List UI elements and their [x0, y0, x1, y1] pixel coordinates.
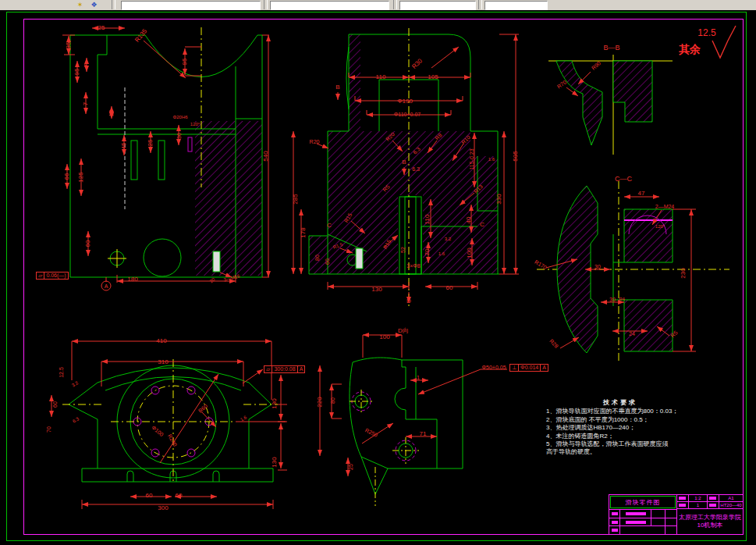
illegible-label-block: [626, 512, 646, 515]
material-value: HT20—40: [720, 503, 741, 508]
tech-note-line: 4、未注的铸造圆角R2；: [546, 433, 694, 440]
title-block: 滑块零件图: [609, 494, 744, 535]
dimension-label: 45: [121, 143, 127, 150]
view-section-bb: [548, 55, 673, 155]
dimension-label: D向: [398, 328, 409, 334]
tech-note-line: 高于导轨的硬度。: [546, 448, 694, 456]
dimension-label: 24: [629, 331, 635, 337]
dimension-label: 10: [108, 110, 115, 117]
dimension-label: 71: [420, 431, 427, 437]
feature-control-frame: ▱0.06(—): [36, 272, 69, 280]
dimension-label: A: [105, 283, 108, 289]
dimension-label: 330: [496, 194, 502, 204]
tech-note-line: 2、滑块底面的 不平度为1000：0.5；: [546, 416, 694, 424]
feature-control-frame: ⊥Φ0.014A: [509, 364, 548, 372]
dimension-label: C: [480, 222, 484, 228]
dimension-label: 60: [146, 493, 153, 499]
dimension-label: 410: [156, 338, 166, 344]
dimension-label: 95: [74, 69, 80, 76]
illegible-label-block: [679, 497, 686, 500]
dimension-label: Φ50+0.05: [481, 365, 506, 370]
dimension-label: 70: [424, 249, 431, 256]
dimension-label: 110: [376, 74, 386, 80]
class-name: 10机制本: [697, 522, 723, 529]
dimension-label: 505: [513, 151, 519, 161]
dimension-label: 1.6: [438, 251, 445, 256]
dimension-label: 30: [609, 297, 616, 302]
dimension-label: D: [406, 298, 411, 305]
dimension-label: 100: [467, 248, 473, 258]
view-plan: [51, 341, 287, 509]
technical-requirements: 技术要求 1、滑块导轨面对应面的不垂直度为800：0.03；2、滑块底面的 不平…: [546, 399, 694, 457]
dimension-label: 95: [182, 59, 188, 66]
dimension-label: 7: [83, 102, 89, 105]
dimension-label: 125: [78, 172, 84, 182]
dimension-label: B—B: [603, 45, 619, 52]
illegible-label-block: [709, 504, 716, 507]
view-front: [62, 27, 269, 290]
dimension-label: 540: [263, 151, 269, 161]
dimension-label: 70: [46, 426, 51, 433]
illegible-label-block: [709, 497, 716, 500]
dimension-label: Φ20H6: [172, 115, 187, 119]
tech-note-line: 3、热处理调质达HB170—240；: [546, 424, 694, 432]
drawing-canvas: [0, 0, 756, 545]
dimension-label: 130: [272, 398, 278, 408]
dimension-label: 25: [98, 25, 105, 31]
quantity-value: 1: [697, 503, 699, 508]
dimension-label: 40: [466, 217, 472, 224]
tech-note-line: 1、滑块导轨面对应面的不垂直度为800：0.03；: [546, 408, 694, 415]
cad-application: ✶ ❖: [0, 0, 756, 545]
sheet-size: A1: [728, 496, 733, 500]
tech-requirements-lines: 1、滑块导轨面对应面的不垂直度为800：0.03；2、滑块底面的 不平度为100…: [546, 408, 694, 456]
dimension-label: 66: [64, 173, 70, 180]
dimension-label: Φ110+0.07: [394, 112, 421, 117]
dimension-label: 3.2: [445, 237, 451, 241]
title-block-signature-grid: [609, 509, 676, 534]
feature-control-frame: ▱300:0.08A: [264, 365, 305, 373]
dimension-label: 60: [85, 240, 91, 248]
illegible-label-block: [612, 512, 618, 515]
dimension-label: 25: [348, 464, 353, 470]
dimension-label: 3×Φ8: [406, 263, 420, 269]
dimension-label: 1.6: [488, 157, 495, 162]
organization-name: 太原理工大学阳泉学院: [679, 514, 741, 522]
dimension-label: 25: [147, 140, 154, 147]
dimension-label: 12.5: [697, 28, 715, 37]
dimension-label: 30: [595, 264, 601, 269]
dimension-label: 47: [638, 191, 645, 197]
illegible-label-block: [626, 521, 646, 524]
dimension-label: 120°: [655, 224, 665, 229]
dimension-label: 120°: [190, 122, 200, 126]
title-block-left: 滑块零件图: [609, 495, 677, 534]
dimension-label: 130: [272, 457, 278, 467]
dimension-label: 285: [293, 194, 299, 204]
dimension-label: C—C: [615, 176, 632, 183]
dimension-label: 12.5: [59, 367, 64, 378]
dimension-label: R4: [619, 297, 625, 301]
dimension-label: R20: [310, 139, 320, 144]
dimension-label: B: [402, 159, 406, 166]
dimension-label: 80: [330, 397, 335, 404]
dimension-label: 178: [300, 227, 307, 237]
view-d: [320, 335, 507, 506]
dimension-label: 6.3: [412, 166, 420, 172]
dimension-label: 60: [176, 493, 183, 499]
tech-requirements-title: 技术要求: [546, 399, 694, 407]
dimension-label: 52: [400, 247, 406, 253]
dimension-label: 300: [158, 505, 168, 511]
dimension-label: 115-0.23: [469, 148, 474, 169]
dimension-label: 35: [66, 42, 72, 49]
organization-cell: 太原理工大学阳泉学院 10机制本: [677, 509, 743, 534]
drawing-title: 滑块零件图: [625, 498, 660, 507]
title-block-right: 1:2 A1 1 HT20—40 太原理工大学阳泉学院 10机制本: [677, 495, 743, 534]
dimension-label: 105: [428, 74, 438, 80]
dimension-label: 310: [158, 359, 168, 365]
dimension-label: 130: [371, 287, 382, 293]
dimension-label: 60: [446, 285, 453, 291]
dimension-label: 7: [83, 64, 90, 67]
dimension-label: 230: [680, 268, 687, 278]
dimension-label: Φ190: [397, 98, 413, 105]
dimension-label: 1: [417, 375, 420, 380]
illegible-label-block: [679, 504, 686, 507]
